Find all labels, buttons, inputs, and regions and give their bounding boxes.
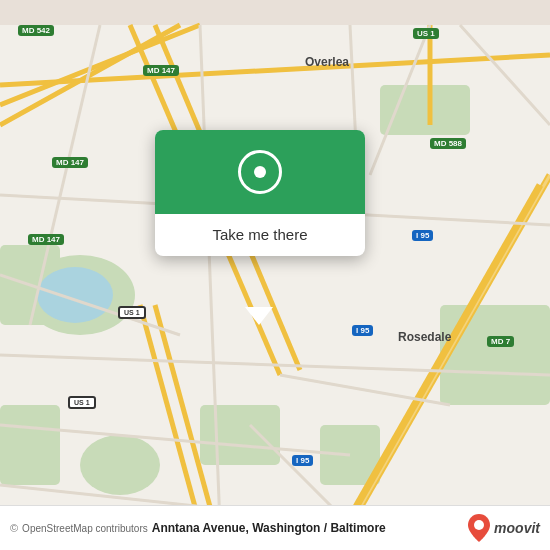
us1-badge-top: US 1 [413, 28, 439, 39]
take-me-there-button[interactable]: Take me there [171, 226, 349, 243]
svg-point-9 [37, 267, 113, 323]
md542-badge: MD 542 [18, 25, 54, 36]
copyright-icon: © [10, 522, 18, 534]
map-container: US 1 MD 147 MD 542 MD 147 MD 147 MD 588 … [0, 0, 550, 550]
pin-dot [254, 166, 266, 178]
popup-pointer [245, 307, 273, 325]
us1-badge-low: US 1 [68, 396, 96, 409]
map-background [0, 0, 550, 550]
md588-badge: MD 588 [430, 138, 466, 149]
svg-rect-4 [380, 85, 470, 135]
md147-badge-low: MD 147 [28, 234, 64, 245]
svg-rect-3 [200, 405, 280, 465]
copyright-section: © OpenStreetMap contributors [10, 522, 148, 534]
popup-card: Take me there [155, 130, 365, 256]
svg-point-33 [474, 520, 484, 530]
copyright-text: OpenStreetMap contributors [22, 523, 148, 534]
md147-badge-top: MD 147 [143, 65, 179, 76]
i95-badge-low: I 95 [292, 455, 313, 466]
us1-badge-mid: US 1 [118, 306, 146, 319]
popup-button-section[interactable]: Take me there [155, 214, 365, 256]
rosedale-label: Rosedale [398, 330, 451, 344]
md147-badge-mid: MD 147 [52, 157, 88, 168]
svg-rect-5 [440, 305, 550, 405]
svg-rect-6 [0, 405, 60, 485]
bottom-bar: © OpenStreetMap contributors Anntana Ave… [0, 505, 550, 550]
svg-point-7 [80, 435, 160, 495]
md7-badge: MD 7 [487, 336, 514, 347]
address-label: Anntana Avenue, Washington / Baltimore [152, 521, 468, 535]
moovit-pin-icon [468, 514, 490, 542]
i95-badge-top: I 95 [412, 230, 433, 241]
popup-pin-icon [238, 150, 282, 194]
popup-green-header [155, 130, 365, 214]
overlea-label: Overlea [305, 55, 349, 69]
i95-badge-mid: I 95 [352, 325, 373, 336]
moovit-text: moovit [494, 520, 540, 536]
moovit-logo: moovit [468, 514, 540, 542]
